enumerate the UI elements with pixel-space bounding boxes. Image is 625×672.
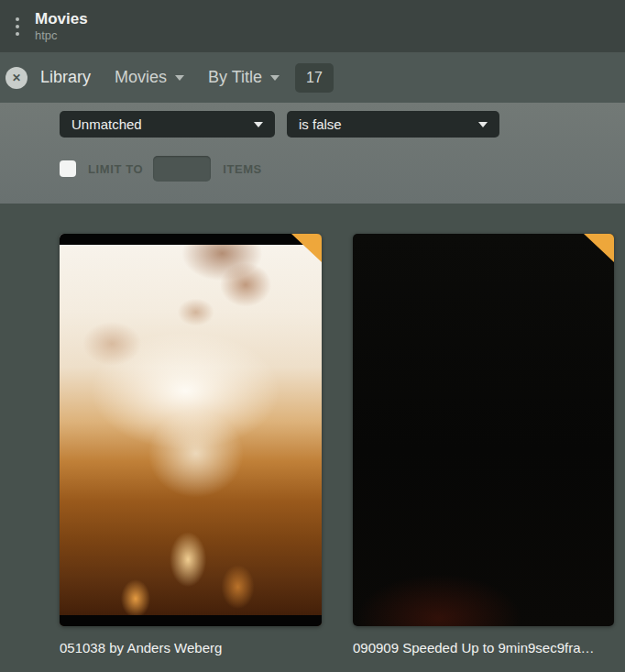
filter-row: Unmatched is false: [60, 111, 625, 138]
breadcrumb-library[interactable]: Library: [40, 68, 91, 87]
filter-operator-dropdown[interactable]: is false: [287, 111, 499, 138]
chevron-down-icon: [270, 75, 280, 81]
filter-panel: Unmatched is false LIMIT TO ITEMS: [0, 103, 625, 204]
unmatched-corner-icon: [291, 234, 322, 262]
item-count-badge: 17: [295, 63, 334, 93]
library-type-label: Movies: [115, 68, 167, 87]
poster-letterbox: [60, 234, 322, 245]
limit-checkbox[interactable]: [60, 160, 76, 177]
close-glyph: ✕: [12, 72, 21, 83]
close-icon[interactable]: ✕: [5, 67, 27, 89]
movie-title[interactable]: 051038 by Anders Weberg: [60, 640, 322, 655]
movie-card: 051038 by Anders Weberg: [60, 234, 322, 655]
items-label: ITEMS: [223, 162, 262, 176]
limit-row: LIMIT TO ITEMS: [60, 156, 625, 182]
server-name: htpc: [35, 28, 88, 42]
movie-poster-051038[interactable]: [60, 234, 322, 626]
library-type-dropdown[interactable]: Movies: [115, 68, 184, 87]
titlebar: Movies htpc: [0, 0, 625, 52]
unmatched-corner-icon: [584, 234, 614, 262]
plex-library-view: Movies htpc ✕ Library Movies By Title 17…: [0, 0, 625, 672]
chevron-down-icon: [478, 122, 488, 127]
movie-poster-090909[interactable]: [353, 234, 614, 626]
poster-grid: 051038 by Anders Weberg 090909 Speeded U…: [0, 204, 625, 655]
limit-to-label: LIMIT TO: [88, 162, 143, 176]
filter-operator-value: is false: [299, 116, 342, 132]
breadcrumb-bar: ✕ Library Movies By Title 17: [0, 52, 625, 103]
filter-field-dropdown[interactable]: Unmatched: [60, 111, 275, 138]
filter-field-value: Unmatched: [71, 116, 142, 132]
movie-card: 090909 Speeded Up to 9min9sec9fra…: [353, 234, 614, 655]
page-title: Movies: [35, 10, 88, 28]
movie-title[interactable]: 090909 Speeded Up to 9min9sec9fra…: [353, 640, 614, 655]
sort-by-label: By Title: [208, 68, 262, 87]
title-block: Movies htpc: [35, 10, 88, 43]
limit-count-input[interactable]: [153, 156, 211, 182]
poster-letterbox: [60, 615, 322, 626]
chevron-down-icon: [254, 122, 263, 127]
chevron-down-icon: [175, 75, 184, 81]
menu-kebab-icon[interactable]: [12, 14, 23, 39]
sort-by-dropdown[interactable]: By Title: [208, 68, 280, 87]
